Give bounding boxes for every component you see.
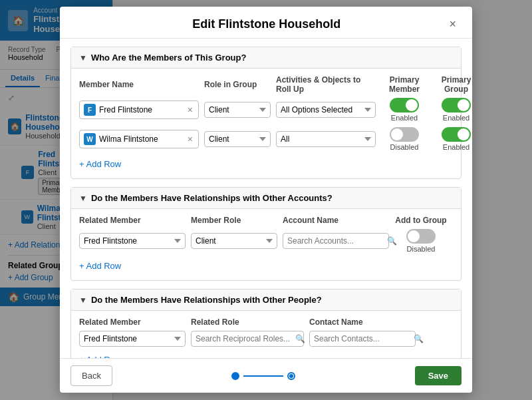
wilma-primary-member-knob	[391, 128, 403, 140]
people-chevron-icon: ▼	[79, 296, 87, 305]
fred-role-select[interactable]: Client Spouse Dependent Other	[204, 102, 271, 118]
wilma-primary-member-toggle-container: Disabled	[381, 127, 428, 151]
col-primary-member: Primary Member	[381, 75, 428, 94]
wilma-primary-member-toggle[interactable]	[390, 127, 419, 142]
col-people-related-role: Related Role	[191, 317, 304, 327]
col-people-related-member: Related Member	[79, 317, 186, 327]
accounts-add-to-group-knob	[408, 230, 420, 242]
fred-avatar-icon: F	[84, 104, 96, 116]
fred-primary-member-toggle[interactable]	[390, 98, 419, 112]
reciprocal-roles-search-icon: 🔍	[295, 334, 305, 343]
col-related-member: Related Member	[79, 216, 186, 225]
wilma-role-select[interactable]: Client Spouse Dependent Other	[204, 131, 271, 147]
member-row-wilma: W Wilma Flintstone × Client Spouse Depen…	[79, 127, 453, 151]
edit-modal: Edit Flintstone Household × ▼ Who Are th…	[60, 7, 472, 393]
accounts-add-row-button[interactable]: + Add Row	[79, 258, 121, 274]
members-chevron-icon: ▼	[79, 53, 87, 63]
col-activities: Activities & Objects to Roll Up	[276, 75, 376, 94]
wilma-primary-group-toggle-container: Enabled	[433, 127, 472, 151]
people-section-body: Related Member Related Role Contact Name…	[71, 311, 461, 358]
accounts-add-to-group-toggle-container: Disabled	[394, 229, 448, 253]
fred-activities-select[interactable]: All Options Selected All None	[276, 102, 376, 118]
reciprocal-roles-search-field[interactable]: 🔍	[191, 331, 304, 347]
accounts-row-1: Fred Flintstone Wilma Flintstone Client …	[79, 229, 453, 253]
fred-primary-group-toggle[interactable]	[442, 98, 471, 112]
wilma-name-text: Wilma Flintstone	[99, 134, 186, 144]
members-section-title: Who Are the Members of This Group?	[91, 53, 247, 63]
wilma-name-input[interactable]: W Wilma Flintstone ×	[79, 130, 199, 148]
accounts-section-title: Do the Members Have Relationships with O…	[91, 193, 332, 203]
modal-footer: Back Save	[60, 358, 472, 393]
people-section-header[interactable]: ▼ Do the Members Have Relationships with…	[71, 290, 461, 311]
fred-name-input[interactable]: F Fred Flintstone ×	[79, 100, 199, 119]
members-section: ▼ Who Are the Members of This Group? Mem…	[70, 47, 462, 179]
accounts-member-role-select[interactable]: Client Spouse Other	[191, 233, 277, 249]
back-button[interactable]: Back	[70, 365, 112, 386]
contacts-search-input[interactable]	[314, 334, 414, 343]
wilma-clear-button[interactable]: ×	[186, 134, 194, 144]
fred-name-text: Fred Flintstone	[99, 105, 186, 114]
modal-overlay: Edit Flintstone Household × ▼ Who Are th…	[0, 0, 532, 400]
members-col-headers: Member Name Role in Group Activities & O…	[79, 75, 453, 94]
people-add-row-button[interactable]: + Add Row	[79, 352, 121, 358]
accounts-section: ▼ Do the Members Have Relationships with…	[70, 187, 462, 281]
col-role-in-group: Role in Group	[204, 80, 271, 89]
accounts-col-headers: Related Member Member Role Account Name …	[79, 216, 453, 225]
col-account-name: Account Name	[283, 216, 389, 225]
fred-primary-group-knob	[458, 99, 469, 111]
fred-primary-member-knob	[406, 99, 418, 111]
col-add-to-group: Add to Group	[394, 216, 448, 225]
save-button[interactable]: Save	[415, 366, 462, 385]
contacts-search-icon: 🔍	[414, 334, 424, 343]
col-primary-group: Primary Group	[433, 75, 472, 94]
col-member-name: Member Name	[79, 80, 199, 89]
people-col-headers: Related Member Related Role Contact Name	[79, 317, 453, 327]
people-section: ▼ Do the Members Have Relationships with…	[70, 289, 462, 358]
account-search-input[interactable]	[287, 236, 387, 246]
wilma-activities-select[interactable]: All Options Selected All None	[276, 131, 376, 147]
people-section-title: Do the Members Have Relationships with O…	[91, 295, 322, 305]
accounts-related-member-select[interactable]: Fred Flintstone Wilma Flintstone	[79, 233, 186, 249]
wilma-primary-group-toggle[interactable]	[442, 127, 471, 142]
modal-body: ▼ Who Are the Members of This Group? Mem…	[60, 39, 472, 358]
members-add-row-button[interactable]: + Add Row	[79, 156, 121, 172]
fred-clear-button[interactable]: ×	[186, 104, 194, 115]
reciprocal-roles-input[interactable]	[196, 334, 295, 343]
people-row-1: Fred Flintstone Wilma Flintstone 🔍	[79, 331, 453, 347]
members-section-header[interactable]: ▼ Who Are the Members of This Group?	[71, 47, 461, 69]
contacts-search-field[interactable]: 🔍	[309, 331, 416, 347]
accounts-section-body: Related Member Member Role Account Name …	[71, 209, 461, 280]
modal-title: Edit Flintstone Household	[86, 17, 446, 31]
fred-primary-member-label: Enabled	[391, 114, 418, 122]
wilma-primary-group-knob	[458, 128, 469, 140]
accounts-add-to-group-toggle[interactable]	[406, 229, 436, 244]
fred-primary-group-label: Enabled	[443, 114, 469, 122]
wilma-primary-group-label: Enabled	[443, 143, 469, 151]
accounts-section-header[interactable]: ▼ Do the Members Have Relationships with…	[71, 188, 461, 209]
progress-dot-2	[287, 372, 295, 380]
progress-line	[243, 375, 283, 377]
progress-indicator	[231, 372, 295, 380]
accounts-add-to-group-label: Disabled	[407, 245, 436, 253]
account-search-field[interactable]: 🔍	[283, 233, 389, 249]
member-row-fred: F Fred Flintstone × Client Spouse Depend…	[79, 98, 453, 122]
col-contact-name: Contact Name	[309, 317, 416, 327]
members-section-body: Member Name Role in Group Activities & O…	[71, 69, 461, 178]
people-related-member-select[interactable]: Fred Flintstone Wilma Flintstone	[79, 331, 186, 347]
accounts-chevron-icon: ▼	[79, 194, 87, 203]
progress-dot-1	[231, 372, 239, 380]
modal-header: Edit Flintstone Household ×	[60, 7, 472, 39]
col-member-role: Member Role	[191, 216, 277, 225]
fred-primary-group-toggle-container: Enabled	[433, 98, 472, 122]
wilma-primary-member-label: Disabled	[390, 143, 419, 151]
wilma-avatar-icon: W	[84, 133, 96, 145]
modal-close-button[interactable]: ×	[446, 17, 459, 31]
fred-primary-member-toggle-container: Enabled	[381, 98, 428, 122]
